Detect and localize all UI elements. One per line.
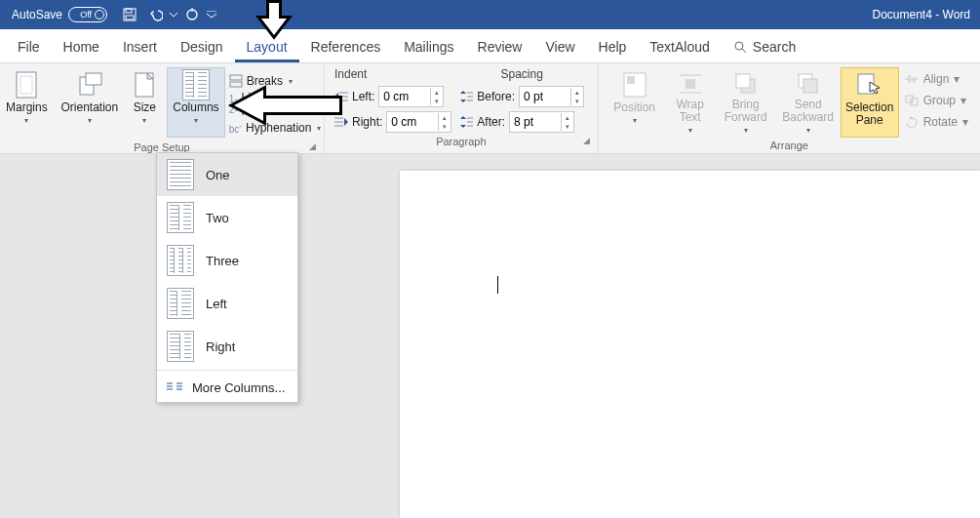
tab-view[interactable]: View <box>533 33 586 62</box>
send-backward-label: Send Backward <box>779 99 838 124</box>
spin-down-icon[interactable]: ▾ <box>571 97 583 105</box>
autosave-label: AutoSave <box>12 8 62 21</box>
margins-button[interactable]: Margins ▾ <box>0 67 57 138</box>
page-setup-launcher-icon[interactable]: ◢ <box>309 141 316 151</box>
selection-pane-label: Selection Pane <box>843 101 896 127</box>
bring-forward-label: Bring Forward <box>719 99 773 124</box>
tab-references[interactable]: References <box>299 33 393 62</box>
left-column-icon <box>167 288 194 319</box>
orientation-label: Orientation <box>60 101 118 114</box>
margins-icon <box>14 70 39 100</box>
svg-rect-27 <box>686 79 695 89</box>
document-page[interactable] <box>400 171 980 518</box>
chevron-down-icon: ▾ <box>633 114 637 127</box>
columns-option-right[interactable]: Right <box>157 325 297 368</box>
group-btn-label: Group <box>923 94 956 107</box>
position-button: Position ▾ <box>605 67 665 138</box>
spin-down-icon[interactable]: ▾ <box>439 122 451 131</box>
ribbon: Margins ▾ Orientation ▾ Size ▾ <box>0 63 980 154</box>
svg-rect-11 <box>230 75 242 80</box>
columns-icon <box>182 70 210 100</box>
spacing-after-label: After: <box>477 115 505 129</box>
bring-forward-button: Bring Forward ▾ <box>716 67 776 138</box>
columns-more-label: More Columns... <box>192 380 285 395</box>
autosave-toggle[interactable]: AutoSave Off <box>12 7 107 22</box>
columns-option-more[interactable]: More Columns... <box>157 373 297 402</box>
wrap-text-label: Wrap Text <box>668 99 713 124</box>
chevron-down-icon: ▾ <box>142 114 146 127</box>
selection-pane-button[interactable]: Selection Pane <box>841 67 899 138</box>
tab-review[interactable]: Review <box>466 33 534 62</box>
tab-mailings[interactable]: Mailings <box>392 33 465 62</box>
tab-textaloud[interactable]: TextAloud <box>638 33 721 62</box>
align-icon <box>905 73 919 85</box>
send-backward-button: Send Backward ▾ <box>776 67 841 138</box>
align-label: Align <box>923 72 950 86</box>
tab-home[interactable]: Home <box>52 33 111 62</box>
svg-line-5 <box>742 49 746 53</box>
position-label: Position <box>613 101 655 114</box>
columns-option-two[interactable]: Two <box>157 196 297 239</box>
chevron-down-icon: ▾ <box>688 124 692 137</box>
columns-option-left[interactable]: Left <box>157 282 297 325</box>
svg-point-4 <box>735 42 743 50</box>
rotate-icon <box>905 116 919 128</box>
right-column-icon <box>167 331 194 362</box>
spacing-after-input[interactable]: ▴▾ <box>509 111 574 133</box>
undo-icon[interactable] <box>142 0 168 29</box>
tab-search[interactable]: Search <box>722 33 807 62</box>
size-label: Size <box>134 101 156 114</box>
spin-up-icon[interactable]: ▴ <box>439 113 451 122</box>
tab-help[interactable]: Help <box>587 33 639 62</box>
save-icon[interactable] <box>117 0 142 29</box>
group-arrange: Position ▾ Wrap Text ▾ Bring Forward ▾ <box>599 63 980 153</box>
tab-file[interactable]: File <box>6 33 52 62</box>
columns-left-label: Left <box>206 297 227 311</box>
repeat-icon[interactable] <box>179 0 205 29</box>
annotation-arrow-down-icon <box>254 0 294 40</box>
svg-rect-2 <box>126 16 134 20</box>
spacing-after-icon <box>459 116 473 128</box>
columns-option-one[interactable]: One <box>157 153 297 196</box>
svg-rect-1 <box>126 9 132 13</box>
search-label: Search <box>753 39 796 55</box>
spin-up-icon[interactable]: ▴ <box>431 88 443 97</box>
one-column-icon <box>167 159 194 190</box>
orientation-button[interactable]: Orientation ▾ <box>57 67 122 138</box>
autosave-pill[interactable]: Off <box>68 7 107 22</box>
svg-rect-33 <box>804 79 817 93</box>
qat-customize-icon[interactable] <box>205 0 218 29</box>
tab-insert[interactable]: Insert <box>111 33 169 62</box>
tab-design[interactable]: Design <box>169 33 235 62</box>
selection-pane-icon <box>856 70 883 100</box>
spin-down-icon[interactable]: ▾ <box>562 122 573 131</box>
send-backward-icon <box>796 70 821 97</box>
spin-up-icon[interactable]: ▴ <box>562 113 573 122</box>
columns-three-label: Three <box>206 254 239 268</box>
spacing-before-input[interactable]: ▴▾ <box>519 86 584 107</box>
arrange-group-label: Arrange <box>605 138 974 152</box>
two-column-icon <box>167 202 194 233</box>
dropdown-separator <box>157 370 297 371</box>
chevron-down-icon: ▾ <box>806 124 810 137</box>
size-button[interactable]: Size ▾ <box>123 67 168 138</box>
svg-rect-37 <box>913 77 916 83</box>
paragraph-group-label: Paragraph ◢ <box>331 134 592 148</box>
group-icon <box>905 95 919 106</box>
position-icon <box>622 70 647 100</box>
columns-option-three[interactable]: Three <box>157 239 297 282</box>
spin-down-icon[interactable]: ▾ <box>431 97 443 105</box>
spin-up-icon[interactable]: ▴ <box>571 88 583 97</box>
svg-rect-36 <box>908 75 911 83</box>
autosave-state: Off <box>80 10 92 20</box>
rotate-button: Rotate▾ <box>905 112 968 132</box>
indent-left-input[interactable]: ▴▾ <box>378 86 444 107</box>
columns-button[interactable]: Columns ▾ <box>167 67 225 138</box>
columns-label: Columns <box>173 101 218 114</box>
bring-forward-icon <box>733 70 759 97</box>
undo-dropdown-icon[interactable] <box>168 0 179 29</box>
rotate-label: Rotate <box>923 115 958 129</box>
three-column-icon <box>167 245 194 276</box>
indent-right-input[interactable]: ▴▾ <box>386 111 451 133</box>
paragraph-launcher-icon[interactable]: ◢ <box>583 136 590 145</box>
